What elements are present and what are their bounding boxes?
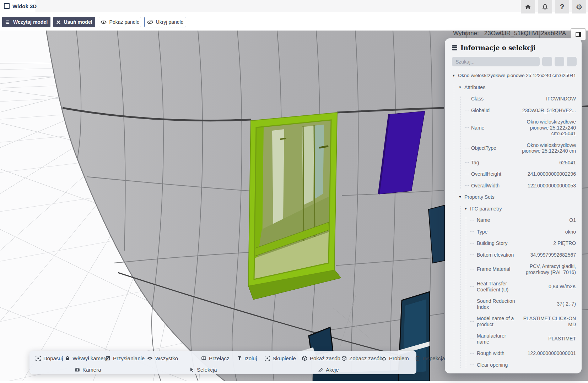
property-label: Name <box>477 217 517 223</box>
tool-wl-wyl-kamere[interactable]: Wł/Wył kamerę <box>65 354 108 362</box>
chevron-down-icon: ▼ <box>458 84 462 91</box>
property-row-sound-reduction-index: Sound Reduction Index37(-2;-7) <box>470 298 577 310</box>
panel-title: Informacje o selekcji <box>460 44 536 51</box>
property-row-class: ClassIFCWINDOW <box>464 96 577 102</box>
tool-problem[interactable]: Problem <box>381 354 409 362</box>
chevron-down-icon: ▼ <box>464 206 468 212</box>
tool-label: Wł/Wył kamerę <box>72 355 108 361</box>
property-value: 0,84 W/m2K <box>517 284 577 290</box>
tree-leader <box>464 174 469 174</box>
tree-root-node[interactable]: ▼ Okno wieloskrzydłowe pionowe 25:122x24… <box>452 73 577 79</box>
panel-layout-icon <box>576 32 581 37</box>
ifc-parametry-node[interactable]: ▼ IFC parametry <box>464 206 577 212</box>
property-label: Class <box>471 96 513 102</box>
bell-icon <box>542 4 548 10</box>
property-value: 23Ow0JR_51kQHVE2... <box>513 108 577 114</box>
cursor-icon <box>189 367 194 372</box>
occlusion-icon <box>105 356 110 361</box>
load-model-button[interactable]: Wczytaj model <box>2 17 50 27</box>
tab-bar: Widok 3D <box>0 0 588 12</box>
tool-kamera[interactable]: Kamera <box>75 366 101 373</box>
remove-model-button[interactable]: Usuń model <box>53 17 95 27</box>
property-value: 122.00000000000001 <box>517 350 577 356</box>
hide-panels-button[interactable]: Ukryj panele <box>144 17 186 27</box>
lock-icon <box>65 356 70 361</box>
tree-leader <box>470 255 474 255</box>
tool-selekcja[interactable]: Selekcja <box>189 366 217 373</box>
property-row-manufacturer-name: Manufacturer namePLASTIMET <box>470 333 577 345</box>
selected-window-3d[interactable] <box>248 113 341 300</box>
property-row-bottom-elevation: Bottom elevation34.99979992682567 <box>470 252 577 258</box>
tree-leader <box>470 269 474 269</box>
property-row-model-name-of-a-product: Model name of a productPLASTIMET CLICK-O… <box>470 316 577 327</box>
property-sets-node[interactable]: ▼ Property Sets <box>458 194 577 200</box>
tool-wszystko[interactable]: Wszystko <box>147 354 178 362</box>
tool-przyslanianie[interactable]: Przysłanianie <box>105 354 145 362</box>
tool-label: Inspekcja <box>422 355 445 361</box>
property-row-frame-material: Frame MaterialPCV, Antracyt gładki, gros… <box>470 263 577 275</box>
tool-label: Wszystko <box>155 355 178 361</box>
property-label: GlobalId <box>471 108 513 114</box>
tool-inspekcja[interactable]: Inspekcja <box>415 354 445 362</box>
notifications-button[interactable] <box>538 0 552 13</box>
x-icon <box>56 20 61 24</box>
tree-leader <box>464 110 469 110</box>
chevron-down-icon: ▼ <box>458 194 462 200</box>
tree-level-1: ▼ Attributes ClassIFCWINDOWGlobalId23Ow0… <box>454 84 577 368</box>
tool-izoluj[interactable]: Izoluj <box>237 354 257 362</box>
tree-leader <box>470 220 474 220</box>
property-row-overallwidth: OverallWidth122.00000000000053 <box>464 183 577 189</box>
tool-zobacz-zasob[interactable]: Zobacz zasób <box>341 354 382 362</box>
eye-icon <box>101 20 107 24</box>
settings-button[interactable]: ⚙ <box>572 0 586 13</box>
property-row-rough-width: Rough width122.00000000000001 <box>470 350 577 356</box>
property-value: IFCWINDOW <box>513 96 577 102</box>
gear-icon: ⚙ <box>576 3 583 11</box>
tree-leader <box>464 99 469 99</box>
panel-action-button-3[interactable] <box>567 57 577 66</box>
tool-pokaz-zasob[interactable]: Pokaż zasób <box>302 354 340 362</box>
property-row-building-story: Building Story2 PIĘTRO <box>470 240 577 246</box>
home-button[interactable] <box>521 0 535 13</box>
property-label: Bottom elevation <box>477 252 517 258</box>
tool-skupienie[interactable]: Skupienie <box>265 354 296 362</box>
search-input[interactable] <box>452 57 540 66</box>
property-value: O1 <box>517 217 577 223</box>
viewer-toolbar: Dopasuj Wł/Wył kamerę Przysłanianie Wszy… <box>29 351 416 374</box>
tool-przelacz[interactable]: Przełącz <box>201 354 230 362</box>
box-icon <box>302 356 307 361</box>
tool-label: Selekcja <box>197 367 217 373</box>
show-panels-button[interactable]: Pokaż panele <box>99 17 141 27</box>
panel-action-button-2[interactable] <box>555 57 565 66</box>
property-value: 241.00000000002296 <box>513 171 577 177</box>
attributes-node[interactable]: ▼ Attributes <box>458 84 577 91</box>
tab-widok-3d[interactable]: Widok 3D <box>0 0 35 12</box>
top-icon-buttons: ? ⚙ <box>521 0 586 13</box>
property-sets-label: Property Sets <box>464 194 495 200</box>
tool-dopasuj[interactable]: Dopasuj <box>36 354 63 362</box>
property-label: Rough width <box>477 350 517 356</box>
property-value: Okno wieloskrzydłowe pionowe 25:122x240 … <box>513 142 577 154</box>
tool-label: Skupienie <box>273 355 296 361</box>
property-value: 37(-2;-7) <box>517 301 577 307</box>
panel-action-button-1[interactable] <box>542 57 552 66</box>
tool-akcje[interactable]: Akcje <box>318 366 339 373</box>
load-model-label: Wczytaj model <box>13 19 48 25</box>
pencil-icon <box>318 367 323 372</box>
property-label: OverallWidth <box>471 183 513 189</box>
property-value: 625041 <box>513 160 577 166</box>
selected-label: Wybrane: <box>453 30 479 37</box>
tree-leader <box>470 339 474 339</box>
tree-leader <box>470 304 474 304</box>
tree-leader <box>464 185 469 186</box>
property-row-tag: Tag625041 <box>464 160 577 166</box>
tree-leader <box>464 127 469 128</box>
tree-leader <box>470 243 474 244</box>
tool-label: Dopasuj <box>43 355 63 361</box>
property-label: Model name of a product <box>477 316 517 327</box>
property-label: Frame Material <box>477 266 517 272</box>
property-label: Tag <box>471 160 513 166</box>
window-icon <box>4 3 10 9</box>
attributes-label: Attributes <box>464 84 485 91</box>
tool-label: Pokaż zasób <box>310 355 340 361</box>
